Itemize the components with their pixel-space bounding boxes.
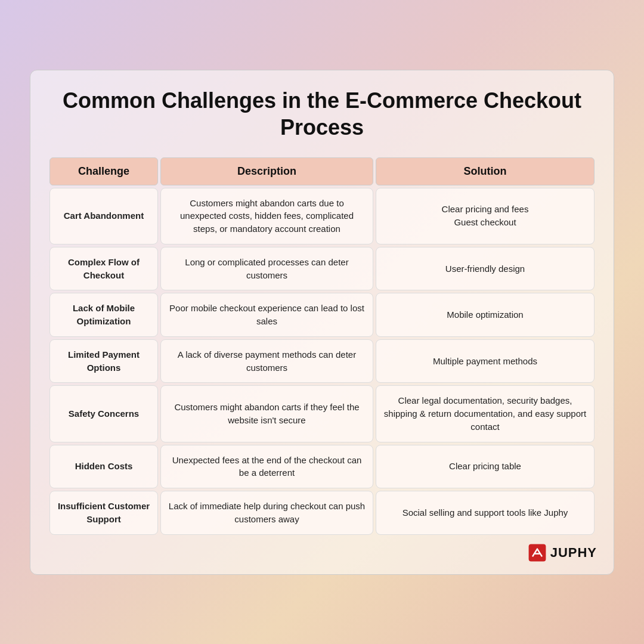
solution-cell-6: Social selling and support tools like Ju… — [376, 491, 595, 535]
description-cell-5: Unexpected fees at the end of the checko… — [160, 445, 373, 489]
solution-cell-5: Clear pricing table — [376, 445, 595, 489]
table-row: Cart AbandonmentCustomers might abandon … — [49, 188, 595, 244]
table-row: Complex Flow of CheckoutLong or complica… — [49, 247, 595, 291]
table-row: Safety ConcernsCustomers might abandon c… — [49, 385, 595, 442]
challenge-cell-5: Hidden Costs — [49, 445, 158, 489]
table-header-row: Challenge Description Solution — [49, 157, 595, 185]
solution-cell-2: Mobile optimization — [376, 293, 595, 337]
description-cell-1: Long or complicated processes can deter … — [160, 247, 373, 291]
challenge-cell-2: Lack of Mobile Optimization — [49, 293, 158, 337]
solution-cell-0: Clear pricing and feesGuest checkout — [376, 188, 595, 244]
description-cell-0: Customers might abandon carts due to une… — [160, 188, 373, 244]
challenge-cell-0: Cart Abandonment — [49, 188, 158, 244]
main-container: Common Challenges in the E-Commerce Chec… — [30, 70, 614, 575]
challenge-cell-3: Limited Payment Options — [49, 339, 158, 383]
juphy-logo-icon — [528, 543, 547, 562]
table-wrapper: Challenge Description Solution Cart Aban… — [47, 155, 597, 537]
solution-cell-3: Multiple payment methods — [376, 339, 595, 383]
table-row: Lack of Mobile OptimizationPoor mobile c… — [49, 293, 595, 337]
table-row: Hidden CostsUnexpected fees at the end o… — [49, 445, 595, 489]
challenge-cell-6: Insufficient Customer Support — [49, 491, 158, 535]
logo-text: JUPHY — [550, 545, 597, 561]
col-header-solution: Solution — [376, 157, 595, 185]
page-title: Common Challenges in the E-Commerce Chec… — [47, 87, 597, 141]
description-cell-2: Poor mobile checkout experience can lead… — [160, 293, 373, 337]
col-header-description: Description — [160, 157, 373, 185]
table-row: Insufficient Customer SupportLack of imm… — [49, 491, 595, 535]
footer-logo: JUPHY — [47, 543, 597, 562]
challenges-table: Challenge Description Solution Cart Aban… — [47, 155, 597, 537]
description-cell-3: A lack of diverse payment methods can de… — [160, 339, 373, 383]
solution-cell-4: Clear legal documentation, security badg… — [376, 385, 595, 442]
description-cell-4: Customers might abandon carts if they fe… — [160, 385, 373, 442]
table-row: Limited Payment OptionsA lack of diverse… — [49, 339, 595, 383]
col-header-challenge: Challenge — [49, 157, 158, 185]
challenge-cell-1: Complex Flow of Checkout — [49, 247, 158, 291]
description-cell-6: Lack of immediate help during checkout c… — [160, 491, 373, 535]
challenge-cell-4: Safety Concerns — [49, 385, 158, 442]
solution-cell-1: User-friendly design — [376, 247, 595, 291]
svg-rect-0 — [528, 544, 546, 561]
